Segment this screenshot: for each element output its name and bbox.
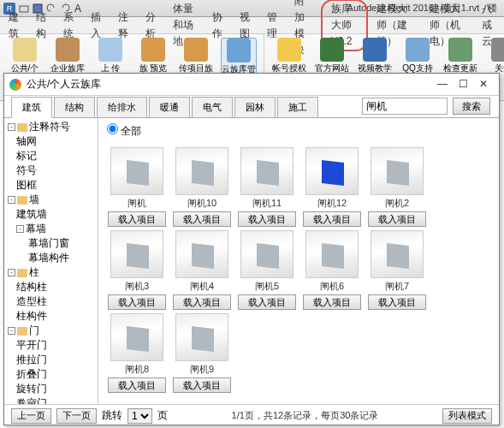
- item-name: 闸机12: [317, 197, 347, 210]
- tree-node[interactable]: -注释符号: [6, 120, 96, 134]
- tree-node[interactable]: 推拉门: [6, 353, 96, 367]
- category-tab[interactable]: 暖通: [149, 97, 190, 117]
- tree-node[interactable]: 造型柱: [6, 294, 96, 309]
- tree-node[interactable]: 平开门: [6, 338, 96, 353]
- tree-node[interactable]: -门: [6, 324, 96, 338]
- ribbon-label: 官方网站: [315, 63, 349, 73]
- prev-page-button[interactable]: 上一页: [11, 408, 51, 424]
- dialog-logo-icon: [9, 79, 21, 91]
- ribbon-label: 检查更新: [443, 63, 477, 73]
- tree-node[interactable]: 幕墙构件: [6, 251, 96, 265]
- tree-node[interactable]: 折叠门: [6, 367, 96, 382]
- item-cell: 闸机5载入项目: [235, 230, 299, 310]
- close-button[interactable]: ✕: [473, 77, 494, 92]
- category-tab[interactable]: 给排水: [97, 97, 147, 117]
- ribbon-icon: [184, 38, 208, 62]
- item-name: 闸机5: [255, 280, 279, 293]
- item-thumbnail[interactable]: [175, 147, 228, 195]
- tree-node[interactable]: -幕墙: [6, 222, 96, 236]
- item-name: 闸机2: [385, 197, 409, 210]
- expand-icon[interactable]: -: [8, 123, 15, 131]
- category-tree[interactable]: -注释符号轴网标记符号图框-墙建筑墙-幕墙幕墙门窗幕墙构件-柱结构柱造型柱柱构件…: [4, 118, 98, 404]
- expand-icon[interactable]: -: [8, 269, 15, 276]
- expand-icon[interactable]: -: [8, 327, 15, 335]
- search-button[interactable]: 搜索: [453, 98, 490, 115]
- filter-all-radio[interactable]: 全部: [107, 125, 141, 137]
- tree-label: 墙: [29, 193, 39, 206]
- load-button[interactable]: 载入项目: [173, 211, 231, 227]
- load-button[interactable]: 载入项目: [173, 294, 231, 310]
- expand-icon[interactable]: -: [8, 196, 15, 204]
- category-tab[interactable]: 电气: [192, 97, 233, 117]
- minimize-button[interactable]: —: [432, 77, 453, 92]
- item-thumbnail[interactable]: [175, 230, 228, 278]
- item-cell: 闸机6载入项目: [300, 230, 364, 310]
- item-thumbnail[interactable]: [240, 230, 294, 278]
- page-select[interactable]: 1: [127, 408, 152, 424]
- load-button[interactable]: 载入项目: [368, 211, 426, 227]
- maximize-button[interactable]: ☐: [453, 77, 473, 92]
- ribbon-icon: [363, 38, 387, 62]
- tree-node[interactable]: 符号: [6, 163, 96, 178]
- tree-node[interactable]: 旋转门: [6, 382, 96, 396]
- category-tab[interactable]: 建筑: [11, 97, 52, 118]
- item-cell: 闸机10载入项目: [170, 147, 234, 227]
- tree-node[interactable]: 图框: [6, 178, 96, 193]
- category-tab[interactable]: 结构: [54, 97, 95, 117]
- tree-node[interactable]: 标记: [6, 149, 96, 163]
- tree-node[interactable]: 幕墙门窗: [6, 236, 96, 251]
- ribbon-label: 帐号授权: [272, 63, 306, 73]
- tree-label: 注释符号: [29, 121, 70, 134]
- item-thumbnail[interactable]: [110, 313, 163, 361]
- tree-label: 幕墙: [26, 223, 46, 235]
- expand-icon[interactable]: -: [16, 225, 24, 233]
- ribbon-tabs: 建筑结构系统插入注释分析体量和场地协作视图管理附加模块族库大师V2.2建模大师（…: [0, 17, 504, 34]
- item-thumbnail[interactable]: [305, 230, 359, 278]
- item-cell: 闸机3载入项目: [105, 230, 169, 310]
- list-mode-button[interactable]: 列表模式: [442, 408, 492, 424]
- load-button[interactable]: 载入项目: [303, 211, 361, 227]
- category-tab[interactable]: 施工: [277, 97, 318, 117]
- item-thumbnail[interactable]: [175, 313, 228, 361]
- item-thumbnail[interactable]: [305, 147, 359, 195]
- item-thumbnail[interactable]: [240, 147, 294, 195]
- item-cell: 闸机8载入项目: [105, 313, 169, 393]
- folder-icon: [17, 269, 27, 277]
- item-name: 闸机8: [125, 363, 149, 376]
- load-button[interactable]: 载入项目: [108, 377, 166, 393]
- item-thumbnail[interactable]: [371, 230, 424, 278]
- tree-node[interactable]: 柱构件: [6, 309, 96, 324]
- item-name: 闸机11: [252, 197, 282, 210]
- category-tabs: 建筑结构给排水暖通电气园林施工 搜索: [4, 96, 499, 118]
- thumbnail-grid: 闸机载入项目闸机10载入项目闸机11载入项目闸机12载入项目闸机2载入项目闸机3…: [98, 144, 499, 404]
- tree-node[interactable]: -柱: [6, 265, 96, 280]
- load-button[interactable]: 载入项目: [238, 294, 296, 310]
- load-button[interactable]: 载入项目: [173, 377, 231, 393]
- load-button[interactable]: 载入项目: [238, 211, 296, 227]
- search-input[interactable]: [362, 98, 448, 115]
- tree-node[interactable]: -墙: [6, 193, 96, 207]
- item-cell: 闸机9载入项目: [170, 313, 234, 393]
- tree-label: 图框: [16, 179, 37, 192]
- load-button[interactable]: 载入项目: [368, 294, 426, 310]
- item-cell: 闸机载入项目: [105, 147, 169, 227]
- load-button[interactable]: 载入项目: [108, 294, 166, 310]
- load-button[interactable]: 载入项目: [303, 294, 361, 310]
- tree-node[interactable]: 结构柱: [6, 280, 96, 294]
- load-button[interactable]: 载入项目: [108, 211, 166, 227]
- tree-node[interactable]: 轴网: [6, 134, 96, 149]
- next-page-button[interactable]: 下一页: [56, 408, 97, 424]
- item-thumbnail[interactable]: [110, 230, 163, 278]
- tree-node[interactable]: 建筑墙: [6, 207, 96, 222]
- ribbon-label: 族 预览: [139, 63, 168, 73]
- tree-node[interactable]: 卷帘门: [6, 396, 96, 404]
- item-name: 闸机9: [190, 363, 214, 376]
- category-tab[interactable]: 园林: [234, 97, 276, 117]
- item-thumbnail[interactable]: [371, 147, 424, 195]
- item-cell: 闸机12载入项目: [300, 147, 364, 227]
- tree-label: 柱构件: [16, 310, 47, 323]
- tree-label: 旋转门: [16, 383, 47, 395]
- cloud-library-dialog: 公共/个人云族库 — ☐ ✕ 建筑结构给排水暖通电气园林施工 搜索 -注释符号轴…: [3, 73, 500, 425]
- ribbon-icon: [98, 38, 122, 62]
- item-thumbnail[interactable]: [110, 147, 163, 195]
